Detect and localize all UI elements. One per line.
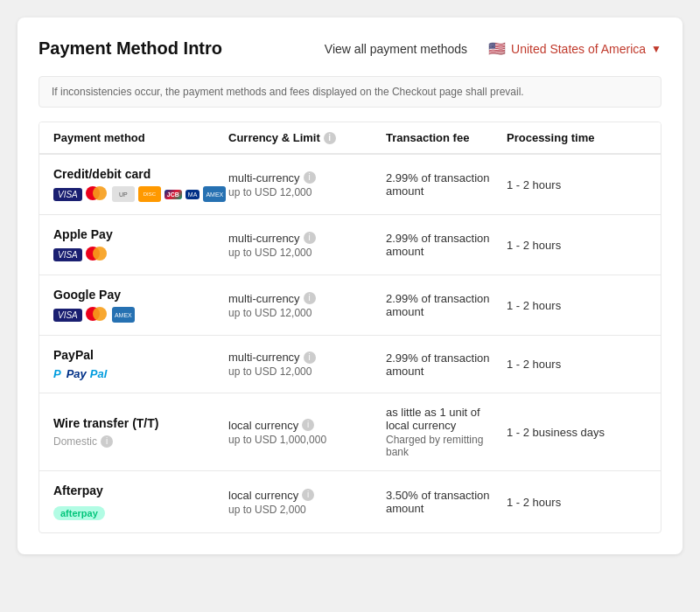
paypal-icons: P PayPal [53, 367, 228, 380]
afterpay-icons: afterpay [53, 503, 228, 520]
processing-cell-wire-transfer: 1 - 2 business days [507, 426, 647, 439]
pay-from-dropdown[interactable]: 🇺🇸 United States of America ▼ [488, 40, 662, 57]
header-links: View all payment methods 🇺🇸 United State… [325, 40, 662, 57]
amex-icon: AMEX [112, 307, 135, 323]
paypal-p-icon: P [53, 367, 61, 380]
currency-cell-google-pay: multi-currency i up to USD 12,000 [228, 292, 386, 319]
fee-cell-afterpay: 3.50% of transaction amount [386, 489, 507, 515]
table-row: Apple Pay VISA multi-currency i up to US… [39, 215, 661, 275]
credit-card-icons: VISA UP DISC JCB MA AMEX [53, 186, 228, 202]
domestic-info-icon[interactable]: i [101, 435, 113, 448]
visa-icon: VISA [53, 248, 82, 261]
currency-info-icon[interactable]: i [324, 132, 336, 144]
table-header: Payment method Currency & Limit i Transa… [39, 122, 661, 155]
method-cell-wire-transfer: Wire transfer (T/T) Domestic i [53, 416, 228, 448]
currency-cell-afterpay: local currency i up to USD 2,000 [228, 489, 386, 516]
mastercard-icon [86, 307, 108, 323]
google-pay-icons: VISA AMEX [53, 307, 228, 323]
method-cell-google-pay: Google Pay VISA AMEX [53, 288, 228, 323]
row-info-icon[interactable]: i [304, 351, 316, 364]
jcb-icon: JCB [164, 190, 182, 199]
paypal-logo-text: Pay [66, 367, 87, 380]
method-cell-credit-card: Credit/debit card VISA UP DISC JCB MA AM… [53, 167, 228, 202]
row-info-icon[interactable]: i [302, 489, 314, 501]
visa-icon: VISA [53, 188, 82, 201]
table-row: Wire transfer (T/T) Domestic i local cur… [39, 393, 661, 471]
unionpay-icon: UP [112, 186, 135, 202]
currency-cell-paypal: multi-currency i up to USD 12,000 [228, 351, 386, 378]
row-info-icon[interactable]: i [304, 232, 316, 244]
visa-icon: VISA [53, 309, 82, 322]
discover-icon: DISC [138, 186, 161, 202]
fee-cell-wire-transfer: as little as 1 unit of local currency Ch… [386, 406, 507, 458]
processing-cell-credit-card: 1 - 2 hours [507, 178, 647, 191]
country-flag: 🇺🇸 [488, 40, 506, 57]
currency-cell-credit-card: multi-currency i up to USD 12,000 [228, 171, 386, 198]
processing-cell-paypal: 1 - 2 hours [507, 358, 647, 371]
payment-methods-table: Payment method Currency & Limit i Transa… [38, 122, 662, 533]
table-row: Afterpay afterpay local currency i up to… [39, 471, 661, 532]
fee-cell-credit-card: 2.99% of transaction amount [386, 171, 507, 198]
view-all-link[interactable]: View all payment methods [325, 42, 467, 56]
afterpay-badge: afterpay [53, 506, 105, 520]
fee-cell-google-pay: 2.99% of transaction amount [386, 292, 507, 318]
row-info-icon[interactable]: i [304, 292, 316, 304]
page-wrapper: Payment Method Intro View all payment me… [18, 17, 682, 554]
currency-cell-apple-pay: multi-currency i up to USD 12,000 [228, 232, 386, 259]
processing-cell-afterpay: 1 - 2 hours [507, 496, 647, 509]
col-processing-time: Processing time [507, 131, 647, 144]
fee-cell-apple-pay: 2.99% of transaction amount [386, 232, 507, 258]
disclaimer-text: If inconsistencies occur, the payment me… [38, 76, 662, 108]
fee-cell-paypal: 2.99% of transaction amount [386, 351, 507, 378]
country-name: United States of America [511, 42, 646, 56]
row-info-icon[interactable]: i [302, 419, 314, 431]
page-title: Payment Method Intro [38, 38, 222, 59]
mastercard-icon [86, 186, 108, 202]
col-transaction-fee: Transaction fee [386, 131, 507, 144]
amex-icon: AMEX [203, 186, 226, 202]
chevron-down-icon: ▼ [651, 43, 662, 55]
domestic-label: Domestic i [53, 435, 228, 448]
table-row: Credit/debit card VISA UP DISC JCB MA AM… [39, 155, 661, 215]
table-row: Google Pay VISA AMEX multi-currency i up… [39, 275, 661, 336]
page-header: Payment Method Intro View all payment me… [38, 38, 662, 59]
maestro-icon: MA [186, 190, 200, 199]
paypal-logo-text2: Pal [90, 367, 108, 380]
currency-cell-wire-transfer: local currency i up to USD 1,000,000 [228, 419, 386, 446]
col-payment-method: Payment method [53, 131, 228, 144]
mastercard-icon [86, 247, 108, 262]
method-cell-afterpay: Afterpay afterpay [53, 483, 228, 520]
method-cell-paypal: PayPal P PayPal [53, 348, 228, 380]
row-info-icon[interactable]: i [304, 171, 316, 184]
method-cell-apple-pay: Apple Pay VISA [53, 227, 228, 262]
table-row: PayPal P PayPal multi-currency i up to U… [39, 336, 661, 393]
col-currency-limit: Currency & Limit i [228, 131, 386, 144]
processing-cell-apple-pay: 1 - 2 hours [507, 239, 647, 252]
processing-cell-google-pay: 1 - 2 hours [507, 299, 647, 312]
apple-pay-icons: VISA [53, 247, 228, 262]
